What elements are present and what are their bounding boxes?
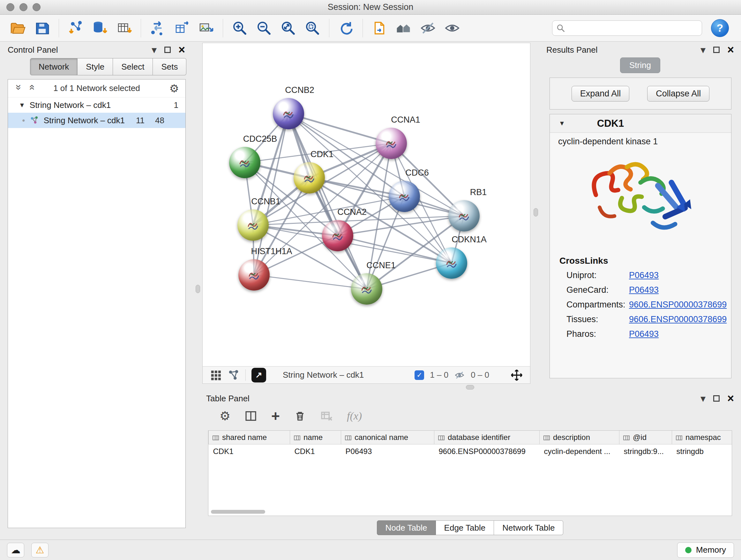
network-node-ccne1[interactable] [351, 273, 382, 305]
warnings-button[interactable]: ⚠ [31, 543, 49, 557]
add-column-icon[interactable]: + [271, 410, 280, 422]
cloud-status-button[interactable]: ☁ [7, 543, 24, 557]
zoom-fit-button[interactable] [277, 17, 300, 39]
network-node-cdk1[interactable] [293, 162, 325, 193]
window-controls [6, 3, 41, 11]
export-image-button[interactable] [195, 17, 218, 39]
panel-menu-icon[interactable]: ▾ [700, 47, 705, 53]
crosslink-value-link[interactable]: P06493 [629, 327, 659, 340]
right-splitter-handle[interactable] [534, 208, 538, 216]
zoom-in-button[interactable] [228, 17, 251, 39]
network-node-cdc25b[interactable] [229, 147, 260, 178]
hidden-eye-slash-icon[interactable] [454, 370, 465, 381]
gear-icon[interactable]: ⚙ [170, 82, 179, 95]
network-node-ccna1[interactable] [376, 128, 407, 159]
table-settings-gear-icon[interactable]: ⚙ [219, 409, 230, 423]
column-header-canonical-name[interactable]: canonical name [341, 431, 434, 444]
panel-float-icon[interactable] [713, 395, 720, 401]
column-header-namespac[interactable]: namespac [672, 431, 732, 444]
import-network-database-button[interactable] [88, 17, 111, 39]
panel-float-icon[interactable] [164, 47, 171, 53]
tab-edge-table[interactable]: Edge Table [436, 520, 494, 535]
column-header-description[interactable]: description [540, 431, 619, 444]
network-node-cdkn1a[interactable] [436, 247, 467, 279]
help-button[interactable]: ? [711, 19, 729, 37]
delete-column-trash-icon[interactable] [294, 410, 306, 422]
toolbar-search[interactable] [552, 20, 702, 36]
network-node-rb1[interactable] [448, 200, 480, 232]
collection-count: 1 [174, 100, 180, 110]
panel-close-icon[interactable]: × [179, 46, 185, 54]
panel-close-icon[interactable]: × [727, 395, 734, 402]
show-columns-icon[interactable] [245, 410, 257, 422]
network-node-cdc6[interactable] [389, 181, 420, 212]
import-table-button[interactable] [113, 17, 136, 39]
network-node-ccnb1[interactable] [238, 209, 269, 241]
bottom-splitter-handle[interactable] [466, 385, 474, 389]
open-external-button[interactable]: ↗ [252, 368, 266, 382]
show-all-button[interactable] [441, 17, 464, 39]
zoom-window-button[interactable] [32, 3, 41, 11]
scrollbar-thumb[interactable] [211, 510, 265, 514]
selected-checkbox-icon[interactable]: ✓ [414, 370, 424, 380]
open-session-button[interactable] [6, 17, 29, 39]
function-builder-icon[interactable]: f(x) [347, 410, 362, 422]
crosslink-value-link[interactable]: P06493 [629, 269, 659, 282]
protein-thumbnail [280, 105, 297, 123]
column-header--id[interactable]: @id [619, 431, 672, 444]
network-share-icon[interactable] [227, 369, 240, 381]
tab-style[interactable]: Style [77, 58, 113, 75]
horizontal-scrollbar[interactable] [208, 510, 732, 515]
close-window-button[interactable] [6, 3, 14, 11]
tab-sets[interactable]: Sets [153, 58, 186, 75]
network-canvas[interactable]: CCNB2CCNA1CDC25BCDK1CDC6RB1CCNB1CCNA2CDK… [202, 43, 530, 384]
column-header-shared-name[interactable]: shared name [209, 431, 290, 444]
tab-select[interactable]: Select [113, 58, 153, 75]
panel-menu-icon[interactable]: ▾ [700, 395, 705, 401]
zoom-out-button[interactable] [253, 17, 275, 39]
network-collection-row[interactable]: ▼ String Network – cdk1 1 [8, 98, 185, 113]
collapse-all-button[interactable]: Collapse All [647, 86, 710, 102]
search-input[interactable] [568, 23, 698, 33]
column-header-database-identifier[interactable]: database identifier [434, 431, 540, 444]
crosslink-value-link[interactable]: P06493 [629, 284, 659, 296]
home-neighborhood-button[interactable] [392, 17, 415, 39]
save-session-button[interactable] [30, 17, 54, 39]
eye-slash-icon [419, 19, 436, 37]
network-from-table-button[interactable] [171, 17, 193, 39]
pan-crosshair-icon[interactable] [510, 369, 523, 381]
tree-expand-icon[interactable]: ▼ [19, 102, 25, 109]
column-header-name[interactable]: name [290, 431, 341, 444]
protein-structure-image [577, 148, 704, 254]
panel-float-icon[interactable] [713, 47, 720, 53]
clone-network-button[interactable] [146, 17, 169, 39]
left-splitter-handle[interactable] [196, 285, 200, 293]
minimize-window-button[interactable] [19, 3, 27, 11]
hide-selected-button[interactable] [416, 17, 440, 39]
tab-network[interactable]: Network [30, 58, 77, 75]
gene-header[interactable]: ▼ CDK1 [550, 114, 731, 133]
network-node-ccna2[interactable] [322, 220, 353, 251]
tab-network-table[interactable]: Network Table [494, 520, 563, 535]
collapse-gene-icon[interactable]: ▼ [559, 120, 565, 127]
panel-menu-icon[interactable]: ▾ [151, 47, 157, 53]
birdseye-grid-icon[interactable] [210, 369, 222, 381]
tab-string[interactable]: String [620, 57, 660, 73]
table-header-row: shared namenamecanonical namedatabase id… [209, 431, 732, 444]
import-network-file-button[interactable] [64, 17, 87, 39]
table-row[interactable]: CDK1CDK1P064939606.ENSP00000378699cyclin… [209, 444, 732, 459]
expand-all-button[interactable]: Expand All [571, 86, 630, 102]
crosslink-value-link[interactable]: 9606.ENSP00000378699 [629, 298, 727, 311]
memory-button[interactable]: Memory [677, 543, 734, 558]
tab-node-table[interactable]: Node Table [377, 520, 436, 535]
network-row[interactable]: ● String Network – cdk1 11 48 [8, 113, 185, 128]
network-node-ccnb2[interactable] [273, 98, 304, 129]
zoom-selected-button[interactable] [301, 17, 324, 39]
copy-document-button[interactable] [368, 17, 391, 39]
refresh-layout-button[interactable] [334, 17, 357, 39]
column-type-icon [623, 435, 630, 440]
crosslink-value-link[interactable]: 9606.ENSP00000378699 [629, 313, 727, 326]
network-node-hist1h1a[interactable] [239, 259, 270, 291]
panel-close-icon[interactable]: × [727, 46, 734, 54]
node-table[interactable]: shared namenamecanonical namedatabase id… [208, 430, 732, 516]
